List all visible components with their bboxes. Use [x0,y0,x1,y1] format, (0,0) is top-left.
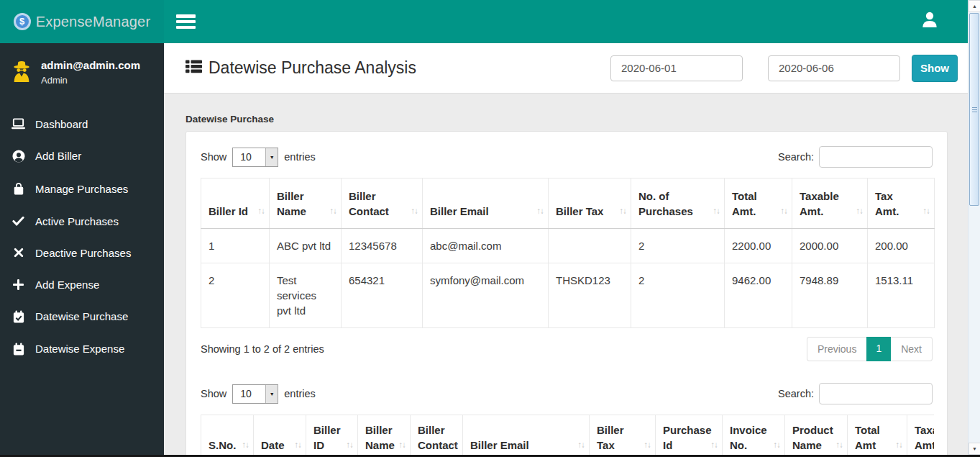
table-cell: 1513.11 [868,263,935,328]
t1-col-no-of-purchases[interactable]: No. of Purchases↑↓ [631,178,725,229]
sidebar-item-label: Active Purchases [35,215,119,227]
t2-col-biller-name[interactable]: Biller Name↑↓ [358,415,411,457]
search-label: Search: [778,388,814,399]
page-size-select[interactable]: 10 ▼ [232,148,278,167]
vertical-scrollbar[interactable]: ▲ ▼ [968,0,980,457]
t2-col-taxable-amt[interactable]: Taxable Amt↑↓ [907,415,935,457]
sidebar-item-label: Manage Purchases [35,183,128,195]
table-cell: 2200.00 [725,229,792,263]
laptop-icon [12,118,25,130]
t1-col-taxable-amt-[interactable]: Taxable Amt.↑↓ [792,178,868,229]
t1-col-biller-id[interactable]: Biller Id↑↓ [201,178,270,229]
table-cell: 2 [631,229,725,263]
scrollbar-grip-icon [972,106,977,114]
show-button[interactable]: Show [912,55,958,82]
t2-col-biller-email[interactable]: Biller Email↑↓ [463,415,590,457]
sidebar-item-label: Add Biller [35,150,81,162]
sidebar-menu: Dashboard Add Biller Manage Purchases Ac… [0,108,164,365]
table-cell [549,229,631,263]
table-cell: THSKD123 [549,263,631,328]
t1-col-total-amt-[interactable]: Total Amt.↑↓ [725,178,792,229]
next-page-button[interactable]: Next [891,337,933,361]
table-cell: 12345678 [342,229,423,263]
sidebar-item-label: Datewise Expense [35,343,124,355]
date-from-input[interactable] [610,55,743,81]
sort-icon: ↑↓ [781,204,788,219]
sidebar-item-deactive-purchases[interactable]: Deactive Purchases [0,237,164,268]
t1-col-tax-amt-[interactable]: Tax Amt.↑↓ [868,178,935,229]
page-1-button[interactable]: 1 [866,337,891,361]
table-cell: Test services pvt ltd [270,263,342,328]
table-cell: 1 [201,229,270,263]
table-cell: symfony@mail.com [423,263,549,328]
top-navbar [164,0,968,43]
sort-icon: ↑↓ [578,438,585,453]
page-size-value: 10 [233,385,265,403]
t1-col-biller-tax[interactable]: Biller Tax↑↓ [549,178,631,229]
table-cell: 2000.00 [792,229,868,263]
table-cell: abc@mail.com [423,229,549,263]
table-header-row: Biller Id↑↓Biller Name↑↓Biller Contact↑↓… [201,178,935,229]
search-input[interactable] [819,146,933,168]
t2-col-biller-id[interactable]: Biller ID↑↓ [306,415,358,457]
user-circle-icon [12,150,25,163]
sidebar-item-datewise-expense[interactable]: Datewise Expense [0,332,164,365]
sidebar-item-active-purchases[interactable]: Active Purchases [0,205,164,237]
sort-icon: ↑↓ [856,204,864,219]
sidebar-item-add-biller[interactable]: Add Biller [0,140,164,172]
sidebar-item-datewise-purchase[interactable]: Datewise Purchase [0,300,164,332]
t2-col-purchase-id[interactable]: Purchase Id↑↓ [656,415,723,457]
hamburger-menu-icon[interactable] [170,9,202,35]
t2-col-date[interactable]: Date↑↓ [254,415,306,457]
sort-icon: ↑↓ [258,204,265,219]
check-icon [12,216,25,226]
sidebar-item-label: Dashboard [35,118,88,130]
sidebar: $ ExpenseManager admin@admin.com Admin [0,0,164,457]
sidebar-item-add-expense[interactable]: Add Expense [0,268,164,300]
t2-col-total-amt[interactable]: Total Amt↑↓ [848,415,907,457]
table-cell: 2 [201,263,270,328]
sort-icon: ↑↓ [774,438,781,453]
search-input-2[interactable] [819,383,933,404]
page-size-value: 10 [233,148,265,166]
brand-logo[interactable]: $ ExpenseManager [0,0,164,43]
sidebar-item-dashboard[interactable]: Dashboard [0,108,164,140]
scroll-up-arrow-icon[interactable]: ▲ [968,0,980,12]
sort-icon: ↑↓ [330,204,337,219]
t2-col-biller-contact[interactable]: Biller Contact↑↓ [411,415,463,457]
sidebar-item-manage-purchases[interactable]: Manage Purchases [0,172,164,205]
t2-col-invoice-no-[interactable]: Invoice No.↑↓ [723,415,785,457]
purchase-detail-table: S.No.↑↓Date↑↓Biller ID↑↓Biller Name↑↓Bil… [201,415,934,457]
show-label: Show [201,151,226,163]
table-row: 1ABC pvt ltd12345678abc@mail.com22200.00… [201,229,935,263]
page-title: Datewise Purchase Analysis [186,58,416,78]
sidebar-item-label: Datewise Purchase [35,310,128,322]
brand-name: ExpenseManager [36,14,151,30]
sort-icon: ↑↓ [713,204,720,219]
datewise-purchase-table: Biller Id↑↓Biller Name↑↓Biller Contact↑↓… [201,178,935,328]
previous-page-button[interactable]: Previous [807,337,866,361]
t1-col-biller-email[interactable]: Biller Email↑↓ [423,178,549,229]
t2-col-biller-tax[interactable]: Biller Tax↑↓ [590,415,656,457]
date-to-input[interactable] [768,55,900,81]
scroll-down-arrow-icon[interactable]: ▼ [968,443,980,455]
shopping-bag-icon [12,182,25,196]
sidebar-item-label: Deactive Purchases [35,247,131,259]
sort-icon: ↑↓ [411,204,418,219]
sort-icon: ↑↓ [537,204,544,219]
spy-avatar-icon [11,59,32,86]
main-content: Datewise Purchase Show 10 ▼ entries Sear… [164,94,968,457]
page-size-select-2[interactable]: 10 ▼ [232,384,278,404]
scrollbar-thumb[interactable] [969,13,979,206]
t2-col-product-name[interactable]: Product Name↑↓ [785,415,848,457]
t1-col-biller-contact[interactable]: Biller Contact↑↓ [342,178,423,229]
t2-col-s-no-[interactable]: S.No.↑↓ [201,415,254,457]
sort-icon: ↑↓ [923,204,930,219]
dollar-coin-icon: $ [14,13,31,30]
person-icon[interactable] [920,10,939,29]
sort-icon: ↑↓ [452,438,459,453]
sort-icon: ↑↓ [896,438,903,453]
entries-label: entries [284,151,316,163]
table-row: 2Test services pvt ltd654321symfony@mail… [201,263,935,328]
t1-col-biller-name[interactable]: Biller Name↑↓ [270,178,342,229]
